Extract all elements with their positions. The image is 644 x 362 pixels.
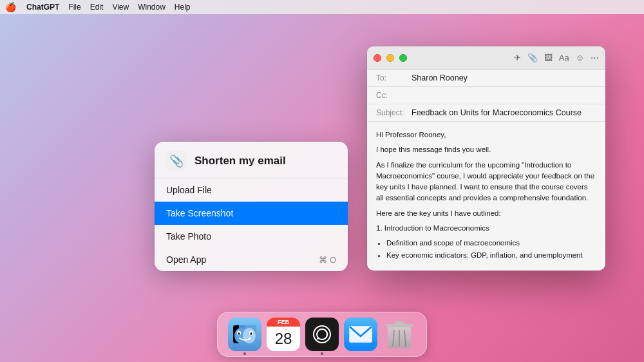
to-value: Sharon Rooney xyxy=(412,73,468,82)
menubar: 🍎 ChatGPT File Edit View Window Help xyxy=(0,0,644,14)
svg-point-11 xyxy=(238,332,240,335)
dock: FEB 28 xyxy=(217,312,427,357)
attachment-icon[interactable]: 📎 xyxy=(527,53,538,62)
subject-field[interactable]: Subject: Feedback on Units for Macroecon… xyxy=(367,104,605,122)
photo-icon[interactable]: 🖼 xyxy=(544,53,553,62)
upload-file-label: Upload File xyxy=(166,185,212,195)
svg-point-12 xyxy=(251,332,252,335)
mail-greeting: Hi Professor Rooney, xyxy=(376,129,596,140)
send-icon[interactable]: ✈ xyxy=(514,53,521,62)
mail-line3: Here are the key units I have outlined: xyxy=(376,208,596,219)
mail-section1: 1. Introduction to Macroeconomics xyxy=(376,223,596,234)
menu-item-take-screenshot[interactable]: Take Screenshot xyxy=(155,202,348,225)
menu-item-take-photo[interactable]: Take Photo xyxy=(155,225,348,248)
mail-bullets: Definition and scope of macroeconomics K… xyxy=(386,238,596,262)
mail-toolbar: ✈ 📎 🖼 Aa ☺ ⋯ xyxy=(367,46,605,70)
menu-item-upload-file[interactable]: Upload File xyxy=(155,178,348,202)
mail-compose-window: ✈ 📎 🖼 Aa ☺ ⋯ To: Sharon Rooney Cc: Subje… xyxy=(367,46,605,271)
chatgpt-icon xyxy=(305,318,339,351)
maximize-button[interactable] xyxy=(399,54,407,62)
dock-item-trash[interactable] xyxy=(383,318,416,351)
calendar-day: 28 xyxy=(267,327,300,351)
font-icon[interactable]: Aa xyxy=(559,53,569,62)
calendar-month: FEB xyxy=(267,318,300,327)
cc-field[interactable]: Cc: xyxy=(367,87,605,104)
finder-active-dot xyxy=(243,352,246,355)
menubar-file[interactable]: File xyxy=(68,3,80,12)
open-app-shortcut: ⌘ O xyxy=(319,255,336,265)
dock-item-calendar[interactable]: FEB 28 xyxy=(267,318,300,351)
paperclip-icon: 📎 xyxy=(166,151,187,171)
minimize-button[interactable] xyxy=(386,54,394,62)
mail-line2: As I finalize the curriculum for the upc… xyxy=(376,160,596,204)
menu-item-open-app[interactable]: Open App ⌘ O xyxy=(155,248,348,271)
menubar-help[interactable]: Help xyxy=(175,3,191,12)
cc-label: Cc: xyxy=(376,91,412,100)
calendar-icon: FEB 28 xyxy=(267,318,300,351)
context-menu-title: Shorten my email xyxy=(194,155,286,167)
context-menu-header: 📎 Shorten my email xyxy=(155,142,348,178)
dock-item-chatgpt[interactable] xyxy=(305,318,339,351)
mail-toolbar-icons: ✈ 📎 🖼 Aa ☺ ⋯ xyxy=(514,53,599,62)
context-menu: 📎 Shorten my email Upload File Take Scre… xyxy=(155,142,348,271)
apple-menu[interactable]: 🍎 xyxy=(5,2,16,12)
to-label: To: xyxy=(376,73,412,82)
take-photo-label: Take Photo xyxy=(166,231,211,242)
chatgpt-active-dot xyxy=(321,352,323,355)
svg-rect-20 xyxy=(395,321,404,325)
emoji-icon[interactable]: ☺ xyxy=(576,53,584,62)
open-app-label: Open App xyxy=(166,254,206,265)
menubar-view[interactable]: View xyxy=(112,3,129,12)
dock-item-finder[interactable] xyxy=(228,318,261,351)
svg-point-8 xyxy=(243,328,256,343)
close-button[interactable] xyxy=(374,54,381,62)
mail-fields: To: Sharon Rooney Cc: Subject: Feedback … xyxy=(367,70,605,122)
subject-value: Feedback on Units for Macroeconomics Cou… xyxy=(412,108,582,117)
mail-app-icon xyxy=(344,318,377,351)
more-icon[interactable]: ⋯ xyxy=(591,53,599,62)
menubar-app-name[interactable]: ChatGPT xyxy=(26,3,59,12)
desktop: 🍎 ChatGPT File Edit View Window Help ✈ 📎… xyxy=(0,0,644,362)
mail-bullet1: Definition and scope of macroeconomics xyxy=(386,238,596,249)
take-screenshot-label: Take Screenshot xyxy=(166,208,233,218)
dock-item-mail[interactable] xyxy=(344,318,377,351)
menubar-edit[interactable]: Edit xyxy=(90,3,104,12)
mail-line1: I hope this message finds you well. xyxy=(376,144,596,155)
mail-bullet2: Key economic indicators: GDP, inflation,… xyxy=(386,250,596,261)
to-field[interactable]: To: Sharon Rooney xyxy=(367,70,605,87)
finder-icon xyxy=(228,318,261,351)
menubar-window[interactable]: Window xyxy=(138,3,166,12)
trash-app-icon xyxy=(383,318,416,351)
subject-label: Subject: xyxy=(376,108,412,117)
mail-body[interactable]: Hi Professor Rooney, I hope this message… xyxy=(367,122,605,271)
